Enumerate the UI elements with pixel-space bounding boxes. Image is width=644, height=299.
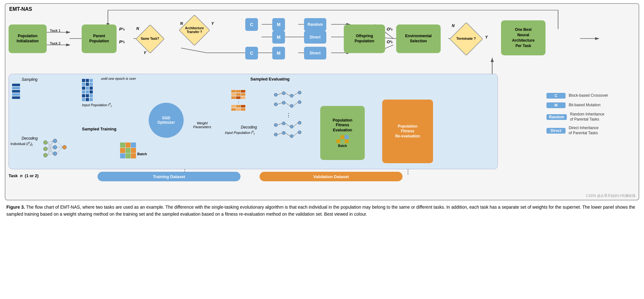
batch-inside-eval: [336, 135, 349, 143]
sample-eval-grid1: ⋮: [231, 90, 246, 111]
input-pop-bars-left: [12, 84, 20, 99]
watermark: CSDN @从零开始的计科搬砖喵: [586, 193, 635, 198]
terminate-diamond: Terminate ?: [450, 23, 482, 55]
legend-M: M Bit-based Mutation: [546, 102, 635, 108]
input-pop-stacked-bars: [82, 79, 93, 101]
N-term-label: N: [452, 24, 455, 28]
legend-area: C Block-based Crossover M Bit-based Muta…: [546, 93, 635, 139]
svg-point-66: [290, 104, 293, 108]
batch-label-lower: Batch: [137, 152, 147, 156]
svg-line-70: [293, 102, 298, 106]
offspring-population-box: Offspring Population: [344, 24, 385, 53]
decoded-grid: ⋮: [273, 90, 311, 154]
legend-Direct-desc: Direct Inheritance of Parental Tasks: [569, 126, 599, 136]
training-dataset-bar: Training Dataset: [98, 172, 241, 181]
task2-label: Task 2: [50, 41, 60, 45]
svg-line-77: [285, 123, 290, 127]
svg-point-81: [290, 135, 293, 138]
individual-label: Individual (Int)i: [10, 141, 33, 147]
C-box-top: C: [245, 18, 258, 31]
svg-point-73: [282, 122, 285, 125]
same-task-diamond: Same Task?: [136, 26, 164, 52]
svg-point-80: [282, 131, 285, 135]
weight-params-label: WeightParameters: [193, 121, 211, 129]
svg-line-78: [293, 123, 298, 127]
population-init-box: Population Initialization: [9, 24, 47, 53]
legend-C-desc: Block-based Crossover: [569, 93, 608, 98]
sgd-optimizer-box: SGD Optimizer: [149, 103, 184, 138]
svg-text:⋮: ⋮: [286, 113, 291, 118]
Y-term-label: Y: [485, 35, 488, 39]
until-epoch-label: until one epoch is over: [101, 77, 136, 80]
legend-Direct-badge: Direct: [546, 128, 566, 134]
svg-line-76: [277, 123, 282, 125]
legend-Random-badge: Random: [546, 114, 567, 120]
M-box-mid: M: [272, 31, 285, 44]
C-box-bot: C: [245, 47, 258, 59]
svg-line-83: [277, 133, 282, 135]
svg-point-41: [53, 139, 57, 143]
Y-same-label: Y: [144, 51, 146, 55]
N-arch-label: N: [180, 21, 183, 26]
P1-label: P¹ₜ: [119, 27, 125, 31]
svg-point-42: [53, 145, 57, 149]
sampled-training-label: Sampled Training: [82, 127, 116, 131]
P2-label: P²ₜ: [119, 39, 125, 44]
sampling-label: Sampling: [22, 77, 37, 82]
M-box-bot: M: [272, 47, 285, 59]
environmental-selection-box: Environmental Selection: [396, 24, 441, 53]
O1-label: O¹ₜ: [387, 27, 392, 31]
legend-Direct: Direct Direct Inheritance of Parental Ta…: [546, 126, 635, 136]
input-pop-label-mid: Input Population Int: [225, 130, 254, 136]
caption-fig: Figure 3.: [6, 205, 25, 210]
M-box-top: M: [272, 18, 285, 31]
legend-C-badge: C: [546, 93, 566, 99]
svg-point-39: [44, 147, 47, 151]
svg-point-60: [298, 91, 301, 94]
caption-text: The flow chart of EMT-NAS, where two tas…: [6, 205, 635, 217]
legend-C: C Block-based Crossover: [546, 93, 635, 99]
svg-point-57: [274, 93, 277, 96]
legend-M-badge: M: [546, 102, 566, 108]
svg-point-67: [298, 101, 301, 104]
svg-point-40: [44, 153, 47, 157]
svg-point-58: [282, 92, 285, 95]
svg-line-62: [285, 93, 290, 96]
batch-label-eval: Batch: [338, 144, 347, 148]
diagram-area: EMT-NAS: [5, 3, 639, 200]
svg-line-63: [293, 93, 298, 96]
parent-population-box: Parent Population: [82, 24, 117, 53]
svg-point-65: [282, 101, 285, 104]
svg-line-85: [293, 132, 298, 136]
arch-transfer-diamond: Architecture Transfer ?: [179, 16, 210, 45]
legend-Random: Random Random Inheritance of Parental Ta…: [546, 112, 635, 122]
svg-point-64: [274, 103, 277, 106]
svg-line-61: [277, 93, 282, 95]
direct-box-mid: Direct: [304, 31, 326, 44]
svg-line-68: [277, 103, 282, 104]
population-fitness-reeval-box: Population Fitness Re-evaluation: [382, 100, 433, 163]
svg-point-43: [53, 152, 57, 156]
nn-icon: [41, 136, 69, 158]
svg-point-75: [298, 121, 301, 124]
svg-point-38: [44, 141, 47, 144]
validation-dataset-bar: Validation Dataset: [260, 172, 403, 181]
svg-line-52: [47, 147, 53, 155]
O2-label: O²ₜ: [387, 39, 392, 44]
decoding-mid-label: Decoding: [241, 125, 257, 129]
lower-panel: Sampled Training Sampled Evaluating Samp…: [9, 74, 498, 169]
main-container: EMT-NAS: [0, 0, 644, 221]
svg-line-56: [57, 147, 63, 154]
task1-label: Task 1: [50, 29, 60, 32]
svg-line-84: [285, 133, 290, 136]
emtnas-label: EMT-NAS: [9, 6, 32, 12]
svg-line-69: [285, 103, 290, 106]
input-pop-label-lower: Input Population Int: [82, 102, 112, 108]
legend-Random-desc: Random Inheritance of Parental Tasks: [570, 112, 604, 122]
batch-icon-lower: [120, 143, 136, 158]
svg-point-44: [63, 145, 66, 149]
svg-point-59: [290, 94, 293, 97]
sampled-evaluating-label: Sampled Evaluating: [250, 77, 290, 81]
svg-point-82: [298, 131, 301, 134]
decoding-lower-label: Decoding: [22, 136, 38, 141]
